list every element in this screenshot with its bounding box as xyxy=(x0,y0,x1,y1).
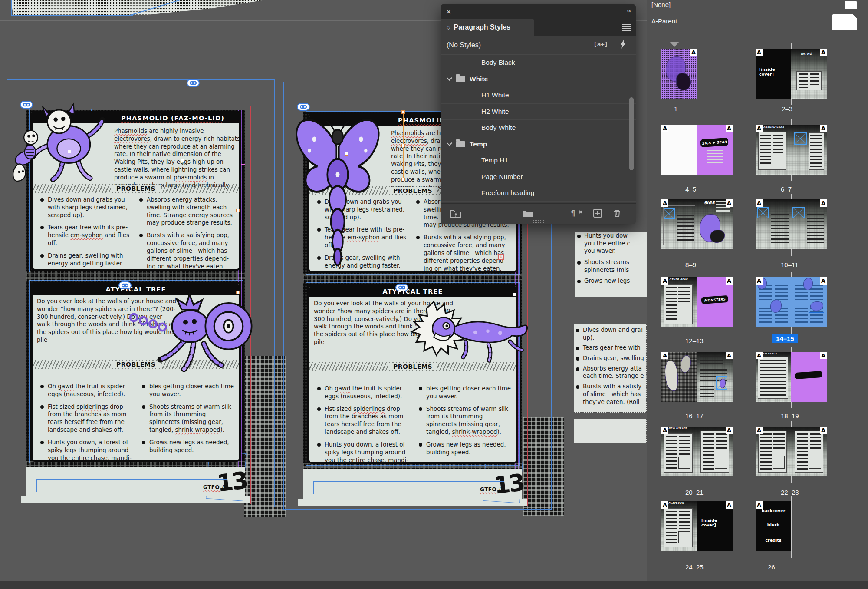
page-thumb-12[interactable]: A OTHER GEAR xyxy=(661,277,697,327)
panel-bottom-toolbar: ¶ xyxy=(441,203,636,224)
page-thumb-13[interactable]: A MONSTERS xyxy=(697,277,733,327)
redefine-style-icon[interactable]: [a+] xyxy=(593,41,608,48)
gecko-spider-illustration xyxy=(407,300,537,368)
page-thumb-6[interactable]: A ABSURD GEAR xyxy=(756,125,791,175)
selection-handle[interactable] xyxy=(236,209,240,212)
style-row-h1-white[interactable]: H1 White xyxy=(441,87,636,104)
page-thumb-10[interactable]: A xyxy=(756,199,791,249)
clear-overrides-icon[interactable]: ¶ xyxy=(571,209,584,219)
grain-gap xyxy=(303,463,522,469)
style-row-body-white[interactable]: Body White xyxy=(441,120,636,136)
partial-dashed-frame-2[interactable] xyxy=(574,419,647,443)
style-row-page-number[interactable]: Page Number xyxy=(441,169,636,185)
page-thumb-11[interactable]: A xyxy=(791,199,827,249)
page-thumb-2[interactable]: A [inside cover] xyxy=(756,49,791,99)
chevron-down-icon[interactable] xyxy=(447,75,452,81)
selection-handle[interactable] xyxy=(345,152,348,156)
spread-icon[interactable] xyxy=(832,14,857,30)
page-thumb-7[interactable]: A xyxy=(791,125,827,175)
chevron-down-icon[interactable] xyxy=(447,140,452,146)
svg-text:¶: ¶ xyxy=(571,209,575,218)
problems-col-right[interactable]: Absorbs energy attacks, swelling with st… xyxy=(139,196,237,271)
page-thumb-15[interactable]: A xyxy=(791,277,827,327)
page-thumb-4[interactable]: A xyxy=(661,125,697,175)
phasmolid-intro[interactable]: Phasmolids are highly invasive electrovo… xyxy=(114,127,241,189)
selection-handle[interactable] xyxy=(236,291,240,294)
tab-paragraph-styles[interactable]: ◇ Paragraph Styles xyxy=(441,19,534,36)
thread-link-icon[interactable] xyxy=(20,101,33,109)
create-new-style-icon[interactable] xyxy=(593,209,602,219)
master-a-parent[interactable]: A-Parent xyxy=(651,17,677,25)
page-thumb-22[interactable]: A xyxy=(756,427,791,476)
close-icon[interactable]: ✕ xyxy=(446,8,451,16)
tree-problems-col-left[interactable]: Oh gawd the fruit is spider eggs (nauseo… xyxy=(317,385,414,464)
indesign-workspace: PHASMOLID (FAZ-MO-LID) Phasmolids are hi… xyxy=(0,0,868,589)
selected-page-label[interactable]: 14–15 xyxy=(772,334,798,343)
style-group-from-styles-icon[interactable] xyxy=(450,209,461,219)
selection-handle[interactable] xyxy=(401,178,405,181)
folder-icon xyxy=(456,76,465,82)
panel-tab-row: ◇ Paragraph Styles xyxy=(441,19,636,36)
thread-link-icon[interactable] xyxy=(118,281,132,289)
page-thumb-17[interactable]: A xyxy=(697,352,733,402)
lightning-icon[interactable] xyxy=(620,40,626,50)
tree-problems-col-right[interactable]: bles getting closer each time you waver.… xyxy=(142,383,237,459)
page-thumb-9[interactable]: A SIGS xyxy=(697,199,733,249)
page-thumb-23[interactable]: A xyxy=(791,427,827,476)
page-thumb-19[interactable]: A xyxy=(791,352,827,402)
thread-link-icon[interactable] xyxy=(297,103,310,111)
page-thumb-21[interactable]: A xyxy=(697,427,733,476)
selection-handle[interactable] xyxy=(513,293,516,296)
page-thumb-18[interactable]: A FELLBACK xyxy=(756,352,791,402)
page-thumb-24[interactable]: A PLAYBOOK xyxy=(661,501,697,551)
page-thumb-14[interactable]: A xyxy=(756,277,791,327)
page-thumb-3[interactable]: A INTRO xyxy=(791,49,827,99)
pages-panel[interactable]: [None] A-Parent A 1 A [inside cover] xyxy=(647,0,868,589)
style-row-body-black[interactable]: Body Black xyxy=(441,55,636,71)
problems-col-left[interactable]: Dives down and grabs you with sharp legs… xyxy=(40,196,132,271)
style-row-temp-h1[interactable]: Temp H1 xyxy=(441,152,636,169)
page-thumb-5[interactable]: A SIGS + GEAR xyxy=(697,125,733,175)
texture-frame-edge xyxy=(11,0,12,16)
pasteboard-texture-object[interactable] xyxy=(11,0,265,21)
panel-scrollbar[interactable] xyxy=(629,97,634,170)
page-thumb-20[interactable]: A NEW MIRAGE xyxy=(661,427,697,476)
selection-handle[interactable] xyxy=(401,144,405,147)
spread-page-13-left[interactable]: PHASMOLID (FAZ-MO-LID) Phasmolids are hi… xyxy=(4,78,282,526)
thread-link-icon[interactable] xyxy=(187,79,200,87)
overset-text-marker[interactable]: + xyxy=(498,254,504,260)
spread-partial-right[interactable]: e fr ide ror Hunts you dow you the entir… xyxy=(572,187,647,456)
page-thumb-16[interactable]: A xyxy=(661,352,697,402)
style-group-white[interactable]: White xyxy=(441,71,636,88)
footer-text-frame[interactable] xyxy=(313,481,504,494)
page-bleed xyxy=(21,496,250,503)
page-thumb-25[interactable]: A [inside cover] xyxy=(697,501,733,551)
style-group-temp[interactable]: Temp xyxy=(441,136,636,153)
footer-text-frame[interactable] xyxy=(36,479,227,492)
partial-dashed-frame[interactable]: Dives down and gra! up). Tears gear free… xyxy=(574,324,647,413)
tree-problems-col-right[interactable]: bles getting closer each time you waver.… xyxy=(419,385,513,461)
master-none[interactable]: [None] xyxy=(651,1,671,8)
partial-text-frame[interactable]: Hunts you dow you the entire c you waver… xyxy=(575,232,647,297)
phasmolid-moth-illustration xyxy=(292,112,383,268)
thread-link-icon[interactable] xyxy=(395,284,408,291)
tree-problems-col-left[interactable]: Oh gawd the fruit is spider eggs (nauseo… xyxy=(40,383,137,462)
single-page-icon[interactable] xyxy=(845,1,857,9)
style-row-h2-white[interactable]: H2 White xyxy=(441,104,636,120)
selection-handle[interactable] xyxy=(68,150,71,153)
page-thumb-26[interactable]: A backcover blurb credits xyxy=(756,501,791,551)
delete-style-icon[interactable] xyxy=(613,209,621,219)
panel-resize-grip[interactable] xyxy=(533,220,545,223)
collapse-panel-icon[interactable]: ‹‹ xyxy=(627,7,631,14)
page-thumb-1[interactable]: A xyxy=(661,49,697,99)
paragraph-styles-panel[interactable]: ✕ ‹‹ ◇ Paragraph Styles (No Styles) [a+]… xyxy=(441,4,636,224)
tree-header-bar: ATYPICAL TREE xyxy=(309,286,516,297)
new-style-group-icon[interactable] xyxy=(522,209,533,219)
page-thumb-8[interactable]: A xyxy=(661,199,697,249)
phasmolid-heading: PHASMOLID (FAZ-MO-LID) xyxy=(121,115,224,122)
tree-heading: ATYPICAL TREE xyxy=(382,288,443,295)
selection-handle[interactable] xyxy=(401,110,405,114)
panel-menu-icon[interactable] xyxy=(622,23,631,31)
selection-handle[interactable] xyxy=(181,159,184,162)
style-row-freeform-heading[interactable]: Freeform heading xyxy=(441,185,636,202)
